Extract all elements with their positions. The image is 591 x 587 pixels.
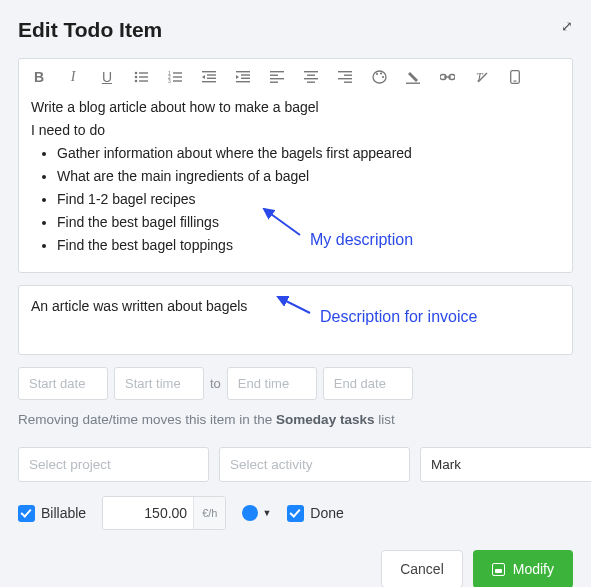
svg-point-2: [135, 76, 138, 79]
svg-rect-33: [344, 82, 352, 83]
svg-rect-7: [173, 72, 182, 73]
rate-unit: €/h: [193, 497, 225, 529]
highlight-icon[interactable]: [405, 71, 421, 84]
svg-rect-23: [270, 75, 278, 76]
svg-rect-1: [139, 72, 148, 73]
svg-rect-30: [338, 71, 352, 72]
save-icon: [492, 563, 505, 576]
svg-point-37: [381, 76, 383, 78]
invoice-text: An article was written about bagels: [31, 298, 247, 314]
color-picker-icon[interactable]: [371, 70, 387, 84]
editor-line: I need to do: [31, 120, 560, 141]
svg-rect-14: [207, 74, 216, 75]
clear-format-icon[interactable]: T: [473, 71, 489, 84]
svg-rect-31: [344, 75, 352, 76]
user-select[interactable]: [420, 447, 591, 482]
svg-rect-29: [307, 82, 315, 83]
align-right-icon[interactable]: [337, 71, 353, 83]
date-hint: Removing date/time moves this item in th…: [18, 412, 573, 427]
checkbox-icon: [287, 505, 304, 522]
outdent-icon[interactable]: [201, 71, 217, 83]
svg-rect-21: [236, 81, 250, 82]
list-item: What are the main ingredients of a bagel: [57, 166, 560, 187]
done-checkbox[interactable]: Done: [287, 505, 343, 522]
color-dot-icon: [242, 505, 258, 521]
svg-point-0: [135, 72, 138, 75]
color-picker[interactable]: ▼: [242, 505, 271, 521]
list-item: Gather information about where the bagel…: [57, 143, 560, 164]
svg-marker-13: [202, 75, 205, 79]
svg-rect-19: [241, 74, 250, 75]
device-icon[interactable]: [507, 70, 523, 84]
svg-rect-3: [139, 76, 148, 77]
svg-rect-24: [270, 78, 284, 79]
svg-rect-17: [236, 71, 250, 72]
italic-icon[interactable]: I: [65, 69, 81, 85]
ordered-list-icon[interactable]: 123: [167, 71, 183, 83]
billable-checkbox[interactable]: Billable: [18, 505, 86, 522]
editor-toolbar: B I U 123 T: [19, 59, 572, 93]
svg-rect-45: [514, 81, 517, 82]
svg-point-4: [135, 80, 138, 83]
project-select[interactable]: [18, 447, 209, 482]
editor-bullets: Gather information about where the bagel…: [57, 143, 560, 256]
to-label: to: [210, 376, 221, 391]
svg-rect-15: [207, 78, 216, 79]
bold-icon[interactable]: B: [31, 69, 47, 85]
svg-rect-32: [338, 78, 352, 79]
modify-label: Modify: [513, 561, 554, 577]
svg-rect-11: [173, 80, 182, 81]
svg-text:3: 3: [168, 78, 171, 83]
svg-rect-16: [202, 81, 216, 82]
list-item: Find 1-2 bagel recipes: [57, 189, 560, 210]
start-time-input[interactable]: [114, 367, 204, 400]
svg-point-36: [379, 72, 381, 74]
invoice-description-editor[interactable]: An article was written about bagels: [18, 285, 573, 355]
cancel-button[interactable]: Cancel: [381, 550, 463, 587]
editor-line: Write a blog article about how to make a…: [31, 97, 560, 118]
svg-rect-9: [173, 76, 182, 77]
end-time-input[interactable]: [227, 367, 317, 400]
start-date-input[interactable]: [18, 367, 108, 400]
activity-select[interactable]: [219, 447, 410, 482]
list-item: Find the best bagel toppings: [57, 235, 560, 256]
svg-rect-5: [139, 80, 148, 81]
billable-label: Billable: [41, 505, 86, 521]
svg-rect-41: [444, 76, 451, 77]
list-item: Find the best bagel fillings: [57, 212, 560, 233]
align-left-icon[interactable]: [269, 71, 285, 83]
link-icon[interactable]: [439, 73, 455, 81]
end-date-input[interactable]: [323, 367, 413, 400]
bullet-list-icon[interactable]: [133, 71, 149, 83]
svg-rect-25: [270, 82, 278, 83]
page-title: Edit Todo Item: [18, 18, 162, 42]
svg-rect-38: [406, 82, 420, 83]
svg-rect-12: [202, 71, 216, 72]
svg-marker-18: [236, 75, 239, 79]
svg-rect-20: [241, 78, 250, 79]
align-center-icon[interactable]: [303, 71, 319, 83]
description-editor[interactable]: B I U 123 T Write a blog article about h…: [18, 58, 573, 273]
rate-input[interactable]: [103, 497, 193, 529]
expand-icon[interactable]: ⤢: [561, 18, 573, 34]
editor-content[interactable]: Write a blog article about how to make a…: [19, 93, 572, 272]
checkbox-icon: [18, 505, 35, 522]
underline-icon[interactable]: U: [99, 69, 115, 85]
svg-rect-26: [304, 71, 318, 72]
indent-icon[interactable]: [235, 71, 251, 83]
svg-rect-28: [304, 78, 318, 79]
svg-rect-27: [307, 75, 315, 76]
caret-down-icon: ▼: [262, 508, 271, 518]
rate-input-group: €/h: [102, 496, 226, 530]
done-label: Done: [310, 505, 343, 521]
svg-point-35: [375, 73, 377, 75]
svg-rect-22: [270, 71, 284, 72]
modify-button[interactable]: Modify: [473, 550, 573, 587]
